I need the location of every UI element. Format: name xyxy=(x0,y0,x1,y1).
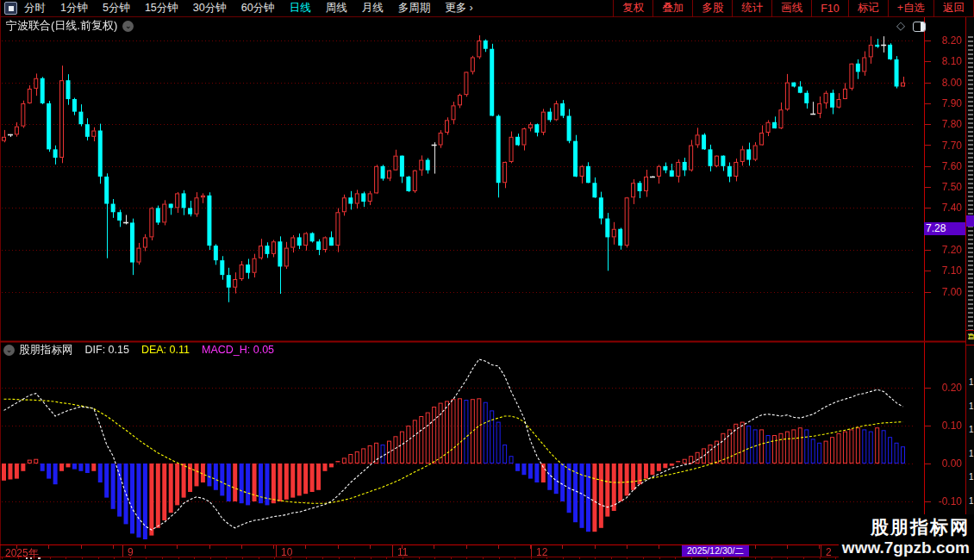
period-tab-60分钟[interactable]: 60分钟 xyxy=(241,1,275,16)
dif-value: DIF: 0.15 xyxy=(85,344,129,356)
strip-yellow-char: 自 xyxy=(968,332,974,341)
month-label-9: 9 xyxy=(128,546,134,558)
month-label-11: 11 xyxy=(397,546,408,558)
month-label-10: 10 xyxy=(281,546,292,558)
indicator-header: ⌄ 股朋指标网 DIF: 0.15 DEA: 0.11 MACD_H: 0.05 xyxy=(3,344,274,356)
indicator-name: 股朋指标网 xyxy=(19,343,73,358)
macd-label-0.00: 0.00 xyxy=(925,457,962,470)
period-tab-30分钟[interactable]: 30分钟 xyxy=(193,1,227,16)
strip-digit: 1 xyxy=(969,401,974,411)
cursor-price-marker: 7.28 xyxy=(924,222,965,235)
strip-digit: 1 xyxy=(969,377,974,387)
macd-label-0.20: 0.20 xyxy=(925,382,962,394)
strip-digit: 1 xyxy=(969,496,974,506)
strip-cursor-block xyxy=(966,215,974,227)
year-label: 2025年 xyxy=(5,546,39,560)
period-tab-1分钟[interactable]: 1分钟 xyxy=(60,1,88,16)
chevron-down-icon[interactable]: ⌄ xyxy=(3,345,15,356)
period-tabs: 分时1分钟5分钟15分钟30分钟60分钟日线周线月线多周期更多 › xyxy=(24,1,488,16)
month-label-12: 12 xyxy=(536,546,547,558)
tool-button-F10[interactable]: F10 xyxy=(811,0,848,17)
price-label-7.70: 7.70 xyxy=(925,140,962,152)
split-pane-icon[interactable] xyxy=(913,22,926,32)
price-label-8.10: 8.10 xyxy=(925,55,962,67)
price-label-7.90: 7.90 xyxy=(925,97,962,109)
chart-canvas[interactable] xyxy=(0,0,974,560)
macd-label-0.10: 0.10 xyxy=(925,420,962,432)
price-label-7.20: 7.20 xyxy=(925,244,962,256)
macdh-value: MACD_H: 0.05 xyxy=(202,344,274,356)
month-label-2: 2 xyxy=(826,546,832,558)
tool-button-统计[interactable]: 统计 xyxy=(732,0,771,17)
price-label-7.40: 7.40 xyxy=(925,202,962,214)
cursor-date-marker: 2025/12/30/二 xyxy=(682,545,749,557)
stock-title: 宁波联合(日线.前复权) xyxy=(6,18,117,34)
period-tab-日线[interactable]: 日线 xyxy=(290,1,311,16)
strip-digit: 1 xyxy=(969,472,974,482)
watermark: 股朋指标网 www.7gpzb.com xyxy=(839,514,974,560)
period-tab-分时[interactable]: 分时 xyxy=(24,1,46,16)
app-window-icon[interactable] xyxy=(4,2,17,15)
chart-title-row: 宁波联合(日线.前复权) ⌄ ◇ xyxy=(0,17,974,34)
period-tab-更多 ›[interactable]: 更多 › xyxy=(445,1,473,16)
tool-button-+自选[interactable]: +自选 xyxy=(888,0,933,17)
macd-label--0.10: -0.10 xyxy=(925,495,962,507)
tool-button-返回[interactable]: 返回 xyxy=(933,0,974,17)
strip-digit: 1 xyxy=(969,425,974,434)
tool-button-标记[interactable]: 标记 xyxy=(848,0,888,17)
period-tab-月线[interactable]: 月线 xyxy=(362,1,384,16)
tools-toolbar: 复权叠加多股统计画线F10标记+自选返回 xyxy=(613,0,974,17)
strip-vertical-text xyxy=(968,36,973,342)
strip-divider xyxy=(966,330,974,331)
price-label-8.00: 8.00 xyxy=(925,77,962,89)
period-toolbar: 分时1分钟5分钟15分钟30分钟60分钟日线周线月线多周期更多 › 复权叠加多股… xyxy=(0,0,974,17)
chevron-down-icon[interactable]: ⌄ xyxy=(122,21,134,32)
strip-divider xyxy=(966,345,974,345)
price-label-7.60: 7.60 xyxy=(925,160,962,172)
price-label-7.10: 7.10 xyxy=(925,264,962,277)
strip-digit: 1 xyxy=(969,449,974,458)
tool-button-叠加[interactable]: 叠加 xyxy=(652,0,692,17)
price-label-7.80: 7.80 xyxy=(925,118,962,130)
dea-value: DEA: 0.11 xyxy=(141,344,190,356)
tool-button-多股[interactable]: 多股 xyxy=(692,0,732,17)
price-label-8.20: 8.20 xyxy=(925,34,962,47)
period-tab-多周期[interactable]: 多周期 xyxy=(398,1,431,16)
watermark-site-name: 股朋指标网 xyxy=(871,516,970,538)
price-label-7.00: 7.00 xyxy=(925,286,962,298)
period-tab-5分钟[interactable]: 5分钟 xyxy=(103,1,130,16)
tool-button-复权[interactable]: 复权 xyxy=(613,0,652,17)
diamond-icon[interactable]: ◇ xyxy=(896,19,905,32)
period-tab-周线[interactable]: 周线 xyxy=(326,1,347,16)
price-label-7.50: 7.50 xyxy=(925,181,962,193)
right-side-strip[interactable]: 自 1111111 xyxy=(965,17,974,560)
tool-button-画线[interactable]: 画线 xyxy=(771,0,811,17)
stock-chart-app: 分时1分钟5分钟15分钟30分钟60分钟日线周线月线多周期更多 › 复权叠加多股… xyxy=(0,0,974,560)
watermark-site-url: www.7gpzb.com xyxy=(842,538,970,558)
period-tab-15分钟[interactable]: 15分钟 xyxy=(145,1,178,16)
